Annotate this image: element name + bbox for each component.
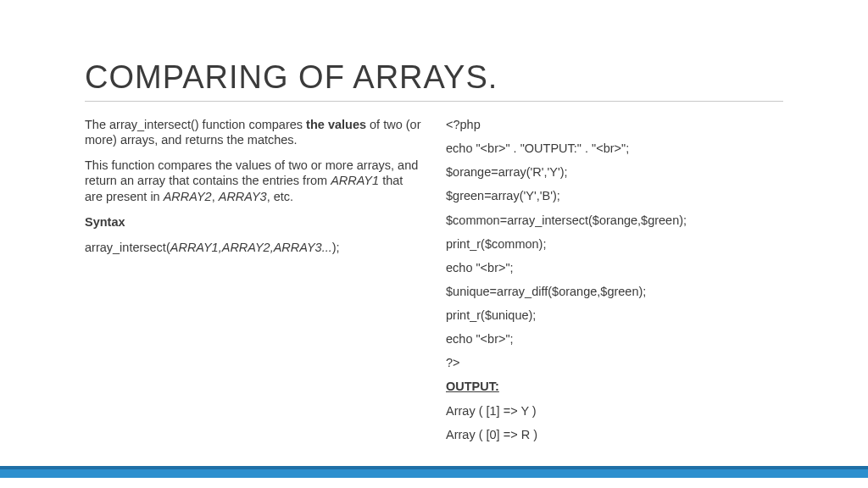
output-line: Array ( [0] => R ) [446, 427, 783, 442]
code-line: $common=array_intersect($orange,$green); [446, 213, 783, 228]
code-line: $green=array('Y','B'); [446, 188, 783, 203]
footer-accent-bar [0, 466, 868, 478]
code-line: print_r($common); [446, 236, 783, 252]
footer-bar-bottom [0, 469, 868, 478]
intro-paragraph-1: The array_intersect() function compares … [85, 117, 422, 147]
text-italic: ARRAY1,ARRAY2,ARRAY3... [170, 241, 332, 254]
text: The array_intersect() function compares [85, 118, 306, 131]
content-columns: The array_intersect() function compares … [85, 117, 783, 451]
text-italic: ARRAY1 [331, 174, 379, 187]
right-column: <?php echo "<br>" . "OUTPUT:" . "<br>"; … [446, 117, 783, 451]
intro-paragraph-2: This function compares the values of two… [85, 158, 422, 203]
syntax-heading: Syntax [85, 214, 422, 230]
code-line: <?php [446, 117, 783, 132]
text: ); [332, 241, 340, 254]
output-heading: OUTPUT: [446, 379, 783, 394]
slide: COMPARING OF ARRAYS. The array_intersect… [0, 0, 868, 488]
text-bold: Syntax [85, 215, 125, 229]
code-line: $orange=array('R','Y'); [446, 164, 783, 180]
code-line: print_r($unique); [446, 308, 783, 323]
text-italic: ARRAY2 [164, 190, 212, 203]
output-line: Array ( [1] => Y ) [446, 403, 783, 419]
text: , [212, 190, 219, 203]
syntax-line: array_intersect(ARRAY1,ARRAY2,ARRAY3...)… [85, 240, 422, 255]
code-line: echo "<br>"; [446, 260, 783, 275]
code-line: ?> [446, 355, 783, 370]
code-line: echo "<br>" . "OUTPUT:" . "<br>"; [446, 141, 783, 156]
slide-title: COMPARING OF ARRAYS. [85, 59, 783, 102]
text-italic: ARRAY3 [219, 190, 267, 203]
left-column: The array_intersect() function compares … [85, 117, 422, 451]
text: , etc. [267, 190, 293, 203]
code-line: $unique=array_diff($orange,$green); [446, 284, 783, 299]
text-bold-underline: OUTPUT: [446, 380, 499, 393]
text: array_intersect( [85, 241, 170, 254]
code-line: echo "<br>"; [446, 331, 783, 347]
text-bold: the values [306, 118, 366, 131]
